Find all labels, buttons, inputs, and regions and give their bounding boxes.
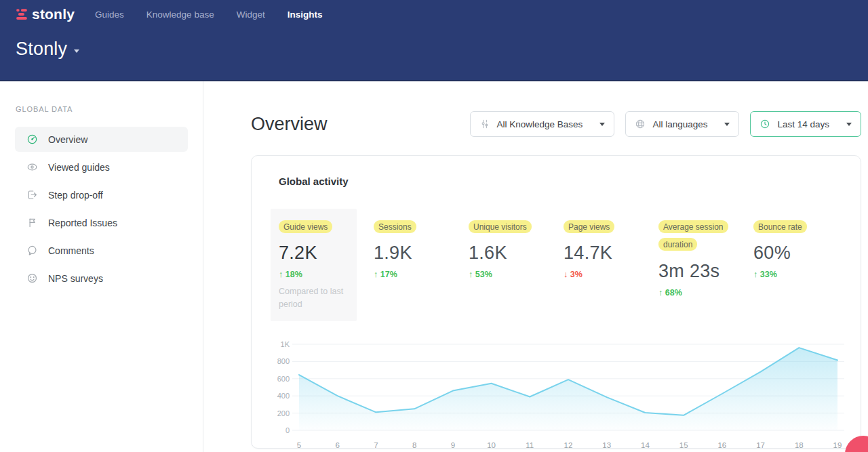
sidebar-item-viewed-guides[interactable]: Viewed guides <box>15 155 188 180</box>
activity-chart-svg: 02004006008001K5678910111213141516171819 <box>269 336 847 452</box>
chevron-down-icon <box>724 123 730 126</box>
comment-icon <box>26 245 38 256</box>
metric-value: 7.2K <box>279 243 349 264</box>
svg-text:1K: 1K <box>281 340 290 348</box>
sidebar-item-nps-surveys[interactable]: NPS surveys <box>15 266 188 291</box>
svg-text:11: 11 <box>526 441 534 449</box>
metric-value: 3m 23s <box>658 261 737 282</box>
svg-text:0: 0 <box>285 426 290 434</box>
metric-label: Average session duration <box>658 217 734 253</box>
nav-link-widget[interactable]: Widget <box>237 9 265 20</box>
globe-icon <box>635 119 646 129</box>
svg-text:400: 400 <box>277 392 290 400</box>
metric-change-up: ↑ 17% <box>374 270 452 279</box>
svg-text:16: 16 <box>717 441 726 449</box>
metric-value: 1.9K <box>374 243 452 264</box>
sidebar-item-step-drop-off[interactable]: Step drop-off <box>15 182 188 207</box>
svg-text:10: 10 <box>487 441 496 449</box>
page-title: Overview <box>251 114 328 135</box>
sidebar-item-reported-issues[interactable]: Reported Issues <box>15 210 188 235</box>
eye-icon <box>26 161 38 173</box>
step-dropoff-icon <box>26 189 38 201</box>
metric-label: Unique visitors <box>469 217 545 234</box>
chevron-down-icon <box>846 123 852 126</box>
metric-label: Bounce rate <box>753 217 829 234</box>
filter-last-14-days[interactable]: Last 14 days <box>750 111 861 137</box>
metric-change-up: ↑ 53% <box>469 270 547 279</box>
metric-guide-views[interactable]: Guide views7.2K↑ 18%Compared to last per… <box>271 209 357 321</box>
metric-change-down: ↓ 3% <box>564 270 642 279</box>
metric-change-up: ↑ 33% <box>753 270 832 279</box>
svg-text:800: 800 <box>277 357 290 365</box>
chevron-down-icon <box>74 49 79 53</box>
metric-change-up: ↑ 18% <box>279 270 349 279</box>
metric-sessions[interactable]: Sessions1.9K↑ 17% <box>366 209 460 287</box>
gauge-icon <box>26 133 38 145</box>
filter-bar: All Knowledge BasesAll languagesLast 14 … <box>470 111 861 137</box>
stonly-logo[interactable]: stonly <box>16 6 75 22</box>
filter-all-languages[interactable]: All languages <box>625 111 739 137</box>
svg-text:8: 8 <box>412 441 416 449</box>
svg-text:600: 600 <box>277 374 290 382</box>
primary-nav: GuidesKnowledge baseWidgetInsights <box>95 9 322 20</box>
stonly-logo-icon <box>16 8 28 20</box>
metric-note: Compared to last period <box>279 285 349 310</box>
sidebar: GLOBAL DATA OverviewViewed guidesStep dr… <box>0 81 203 452</box>
filter-all-knowledge-bases[interactable]: All Knowledge Bases <box>470 111 615 137</box>
svg-text:18: 18 <box>795 441 804 449</box>
metric-value: 14.7K <box>564 243 642 264</box>
svg-text:14: 14 <box>641 441 650 449</box>
workspace-title: Stonly <box>16 39 67 60</box>
nav-link-knowledge-base[interactable]: Knowledge base <box>146 9 214 20</box>
svg-text:200: 200 <box>277 409 290 417</box>
content-area: GLOBAL DATA OverviewViewed guidesStep dr… <box>0 81 868 452</box>
workspace-switcher[interactable]: Stonly <box>16 39 852 60</box>
svg-text:5: 5 <box>297 441 301 449</box>
svg-text:15: 15 <box>679 441 688 449</box>
chevron-down-icon <box>599 123 605 126</box>
sidebar-item-label: Step drop-off <box>48 190 103 201</box>
metric-label: Page views <box>564 217 639 234</box>
svg-text:6: 6 <box>336 441 340 449</box>
metric-average-session-duration[interactable]: Average session duration3m 23s↑ 68% <box>650 209 745 306</box>
flag-icon <box>26 217 38 228</box>
svg-text:17: 17 <box>756 441 765 449</box>
navbar-row: stonly GuidesKnowledge baseWidgetInsight… <box>16 6 852 22</box>
sidebar-items: OverviewViewed guidesStep drop-offReport… <box>0 127 203 291</box>
metric-label: Sessions <box>374 217 450 234</box>
main-panel: Overview All Knowledge BasesAll language… <box>203 81 868 452</box>
activity-chart: 02004006008001K5678910111213141516171819 <box>269 336 851 452</box>
sidebar-item-comments[interactable]: Comments <box>15 238 188 263</box>
filter-label: All Knowledge Bases <box>497 119 583 129</box>
metric-bounce-rate[interactable]: Bounce rate60%↑ 33% <box>745 209 840 287</box>
metric-value: 60% <box>753 243 832 264</box>
sidebar-item-label: Reported Issues <box>48 218 117 228</box>
sidebar-item-label: Overview <box>48 134 87 145</box>
filter-label: All languages <box>652 119 707 129</box>
metric-unique-visitors[interactable]: Unique visitors1.6K↑ 53% <box>460 209 555 287</box>
card-title: Global activity <box>279 176 861 187</box>
metric-change-up: ↑ 68% <box>658 288 737 297</box>
svg-text:12: 12 <box>564 441 573 449</box>
metric-value: 1.6K <box>469 243 547 264</box>
svg-text:9: 9 <box>451 441 455 449</box>
sliders-icon <box>479 119 490 129</box>
nav-link-insights[interactable]: Insights <box>288 9 323 20</box>
sidebar-section-title: GLOBAL DATA <box>16 105 203 113</box>
global-activity-card: Global activity Guide views7.2K↑ 18%Comp… <box>251 155 861 449</box>
metrics-row: Guide views7.2K↑ 18%Compared to last per… <box>271 209 861 321</box>
sidebar-item-label: NPS surveys <box>48 273 103 284</box>
svg-text:7: 7 <box>374 441 378 449</box>
sidebar-item-label: Viewed guides <box>48 162 110 173</box>
top-navbar: stonly GuidesKnowledge baseWidgetInsight… <box>0 0 868 81</box>
metric-page-views[interactable]: Page views14.7K↓ 3% <box>555 209 650 287</box>
sidebar-item-overview[interactable]: Overview <box>15 127 188 152</box>
filter-label: Last 14 days <box>777 119 829 129</box>
clock-icon <box>760 119 770 129</box>
smiley-icon <box>26 272 38 284</box>
metric-label: Guide views <box>279 217 349 234</box>
svg-text:13: 13 <box>602 441 611 449</box>
sidebar-item-label: Comments <box>48 245 94 256</box>
nav-link-guides[interactable]: Guides <box>95 9 124 20</box>
logo-text: stonly <box>32 6 75 22</box>
